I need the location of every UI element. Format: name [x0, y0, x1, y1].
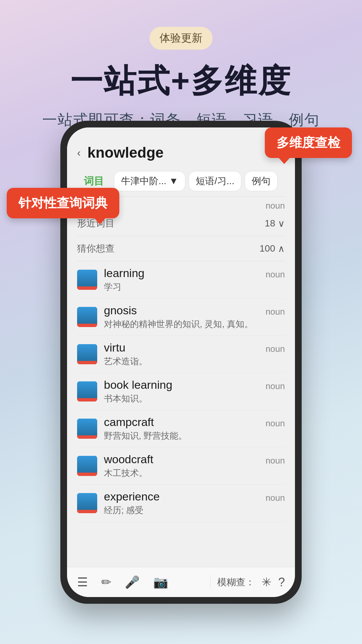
mic-icon[interactable]: 🎤 — [125, 575, 140, 589]
bottom-toolbar: ☰ ✏ 🎤 📷 模糊查： ✳ ? — [67, 567, 295, 597]
word-icon — [77, 456, 97, 476]
word-info: campcraft 野营知识, 野营技能。 — [104, 416, 265, 442]
word-icon — [77, 344, 97, 364]
dict-content: noun 形近词目 18 ∨ 猜你想查 100 ∧ — [67, 197, 295, 522]
word-pos: noun — [265, 307, 285, 317]
word-pos: noun — [265, 344, 285, 354]
back-button[interactable]: ‹ — [77, 147, 81, 159]
word-pos: noun — [265, 381, 285, 391]
word-icon — [77, 270, 97, 290]
word-pos: noun — [265, 493, 285, 503]
word-item[interactable]: learning 学习 noun — [77, 261, 285, 299]
word-info: virtu 艺术造诣。 — [104, 341, 265, 367]
word-list: learning 学习 noun gnosis 对神秘的精神世界的知识, 灵知,… — [77, 261, 285, 522]
word-item[interactable]: book learning 书本知识。 noun — [77, 373, 285, 410]
toolbar-right: 模糊查： ✳ ? — [217, 575, 285, 589]
edit-icon[interactable]: ✏ — [101, 575, 111, 589]
word-title: campcraft — [104, 416, 265, 429]
word-icon — [77, 419, 97, 439]
guess-section[interactable]: 猜你想查 100 ∧ — [77, 236, 285, 261]
word-icon — [77, 307, 97, 327]
asterisk-icon[interactable]: ✳ — [261, 575, 272, 589]
word-meaning: 书本知识。 — [104, 393, 265, 405]
toolbar-left: ☰ ✏ 🎤 📷 — [77, 575, 203, 589]
word-title: experience — [104, 490, 265, 503]
word-meaning: 木工技术。 — [104, 467, 265, 479]
word-meaning: 野营知识, 野营技能。 — [104, 430, 265, 442]
main-title: 一站式+多维度 — [0, 60, 362, 103]
word-item[interactable]: woodcraft 木工技术。 noun — [77, 447, 285, 485]
word-title: woodcraft — [104, 453, 265, 466]
menu-icon[interactable]: ☰ — [77, 575, 88, 589]
word-meaning: 学习 — [104, 281, 265, 293]
word-info: woodcraft 木工技术。 — [104, 453, 265, 479]
dict-nav: ‹ knowledge — [77, 138, 285, 166]
word-title: learning — [104, 267, 265, 280]
badge-label: 体验更新 — [149, 27, 213, 50]
word-info: book learning 书本知识。 — [104, 378, 265, 405]
fuzzy-label: 模糊查： — [217, 576, 255, 589]
word-pos: noun — [265, 269, 285, 280]
word-pos: noun — [265, 418, 285, 429]
callout-left: 针对性查询词典 — [7, 188, 119, 218]
word-item[interactable]: virtu 艺术造诣。 noun — [77, 336, 285, 373]
tab-examples[interactable]: 例句 — [245, 171, 278, 191]
word-title: book learning — [104, 378, 265, 391]
word-title: gnosis — [104, 304, 265, 317]
guess-count: 100 ∧ — [259, 243, 285, 254]
similar-count: 18 ∨ — [265, 218, 285, 229]
word-item[interactable]: campcraft 野营知识, 野营技能。 noun — [77, 410, 285, 447]
word-info: learning 学习 — [104, 267, 265, 293]
word-meaning: 对神秘的精神世界的知识, 灵知, 真知。 — [104, 318, 265, 330]
guess-label: 猜你想查 — [77, 242, 115, 255]
dict-header: ‹ knowledge 词目 牛津中阶... ▼ 短语/习... 例句 — [67, 127, 295, 197]
word-item[interactable]: gnosis 对神秘的精神世界的知识, 灵知, 真知。 noun — [77, 299, 285, 336]
question-icon[interactable]: ? — [278, 575, 285, 589]
word-meaning: 艺术造诣。 — [104, 356, 265, 367]
word-icon — [77, 493, 97, 513]
word-icon — [77, 381, 97, 401]
word-info: experience 经历; 感受 — [104, 490, 265, 516]
camera-icon[interactable]: 📷 — [153, 575, 168, 589]
word-meaning: 经历; 感受 — [104, 504, 265, 516]
tab-phrases[interactable]: 短语/习... — [189, 171, 241, 191]
word-title: virtu — [104, 341, 265, 354]
callout-top-right: 多维度查检 — [265, 127, 352, 158]
search-word: knowledge — [87, 144, 164, 161]
word-info: gnosis 对神秘的精神世界的知识, 灵知, 真知。 — [104, 304, 265, 330]
tab-dictionary-dropdown[interactable]: 牛津中阶... ▼ — [114, 171, 185, 191]
word-item[interactable]: experience 经历; 感受 noun — [77, 485, 285, 522]
toolbar-divider — [210, 576, 210, 589]
word-pos: noun — [265, 455, 285, 466]
